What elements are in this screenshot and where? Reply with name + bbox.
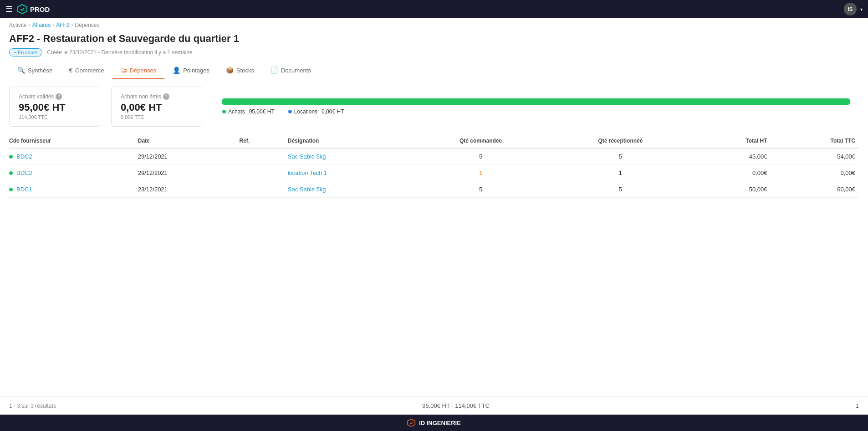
bottom-logo-text: ID INGENIERIE <box>419 420 461 426</box>
table-row: BDC229/12/2021Sac Sable 5kg5545,00€54,00… <box>9 148 859 165</box>
link-cde[interactable]: BDC2 <box>16 169 32 176</box>
link-designation[interactable]: Sac Sable 5kg <box>288 153 326 160</box>
hamburger-icon[interactable]: ☰ <box>5 4 13 14</box>
table-footer: 1 - 3 sur 3 résultats 95,00€ HT - 114,00… <box>0 396 868 415</box>
bottom-logo: ID INGENIERIE <box>407 419 461 427</box>
legend-locations-label: Locations <box>294 108 317 115</box>
breadcrumb-depenses: Dépenses <box>75 22 100 28</box>
help-icon-2[interactable]: ? <box>163 93 169 100</box>
progress-bar-container <box>222 98 850 105</box>
cell-qte-commandee: 5 <box>412 181 549 198</box>
breadcrumb: Activité › Affaires › AFF2 › Dépenses <box>0 18 868 30</box>
cell-ref <box>236 148 284 165</box>
cell-designation: Sac Sable 5kg <box>284 181 413 198</box>
summary-value-1: 95,00€ HT <box>19 102 91 113</box>
summary-chart-row: Achats validés ? 95,00€ HT 114,00€ TTC A… <box>0 79 868 130</box>
dot-cell: BDC2 <box>9 169 131 176</box>
table-header-row: Cde fournisseur Date Ref. Désignation Qt… <box>9 134 859 148</box>
chevron-down-icon[interactable]: ▾ <box>860 7 863 12</box>
legend-dot-locations <box>288 110 292 113</box>
topnav-right: IS ▾ <box>844 3 863 15</box>
summary-card-achats-non-emis: Achats non émis ? 0,00€ HT 0,00€ TTC <box>111 87 202 127</box>
row-dot <box>9 155 13 159</box>
tab-synthese[interactable]: 🔍 Synthèse <box>9 62 61 79</box>
synthese-icon: 🔍 <box>17 67 25 74</box>
link-cde[interactable]: BDC1 <box>16 186 32 193</box>
tabs-bar: 🔍 Synthèse € Commerce 🗂 Dépenses 👤 Point… <box>0 62 868 79</box>
cell-cde-fournisseur: BDC2 <box>9 165 134 181</box>
svg-marker-1 <box>408 419 415 426</box>
legend-dot-achats <box>222 110 226 113</box>
row-dot <box>9 171 13 175</box>
table-row: BDC123/12/2021Sac Sable 5kg5550,00€60,00… <box>9 181 859 198</box>
logo-area: PROD <box>17 4 50 14</box>
progress-bar-fill <box>222 98 850 105</box>
cell-qte-receptionnee: 5 <box>549 181 692 198</box>
dot-cell: BDC2 <box>9 153 131 160</box>
bottom-logo-icon <box>407 419 415 427</box>
breadcrumb-sep-1: › <box>29 22 31 28</box>
tab-depenses[interactable]: 🗂 Dépenses <box>112 62 165 79</box>
cell-total-ht: 45,00€ <box>692 148 771 165</box>
page-title: AFF2 - Restauration et Sauvegarde du qua… <box>9 33 859 45</box>
link-designation[interactable]: Sac Sable 5kg <box>288 186 326 193</box>
status-badge[interactable]: En cours <box>9 48 42 56</box>
status-row: En cours Créée le 23/12/2021 - Dernière … <box>0 46 868 60</box>
link-designation[interactable]: location Tech 1 <box>288 169 327 176</box>
svg-marker-0 <box>18 5 27 14</box>
cell-total-ht: 50,00€ <box>692 181 771 198</box>
status-meta: Créée le 23/12/2021 - Dernière modificat… <box>47 49 193 56</box>
link-cde[interactable]: BDC2 <box>16 153 32 160</box>
legend-achats-value: 95,00€ HT <box>249 108 275 115</box>
tab-pointages[interactable]: 👤 Pointages <box>164 62 218 79</box>
cell-designation: location Tech 1 <box>284 165 413 181</box>
tab-stocks[interactable]: 📦 Stocks <box>218 62 262 79</box>
table-footer-results: 1 - 3 sur 3 résultats <box>9 403 56 409</box>
cell-qte-receptionnee: 1 <box>549 165 692 181</box>
documents-icon: 📄 <box>271 67 278 74</box>
tab-commerce-label: Commerce <box>75 67 104 74</box>
tab-stocks-label: Stocks <box>236 67 254 74</box>
logo-shield-icon <box>17 4 27 14</box>
table-footer-totals: 95,00€ HT - 114,00€ TTC <box>422 402 490 409</box>
cell-total-ttc: 60,00€ <box>771 181 859 198</box>
topnav: ☰ PROD IS ▾ <box>0 0 868 18</box>
cell-qte-commandee: 1 <box>412 165 549 181</box>
avatar[interactable]: IS <box>844 3 857 15</box>
legend-locations: Locations 0,00€ HT <box>288 108 344 115</box>
tab-synthese-label: Synthèse <box>28 67 52 74</box>
dot-cell: BDC1 <box>9 186 131 193</box>
stocks-icon: 📦 <box>226 67 234 74</box>
legend-achats-label: Achats <box>228 108 245 115</box>
chart-panel: Achats 95,00€ HT Locations 0,00€ HT <box>213 87 859 127</box>
col-ref: Ref. <box>236 134 284 148</box>
table-footer-page: 1 <box>856 403 859 409</box>
cell-cde-fournisseur: BDC2 <box>9 148 134 165</box>
cell-designation: Sac Sable 5kg <box>284 148 413 165</box>
summary-sub-2: 0,00€ TTC <box>121 114 193 120</box>
summary-sub-1: 114,00€ TTC <box>19 114 91 120</box>
col-total-ht: Total HT <box>692 134 771 148</box>
help-icon-1[interactable]: ? <box>56 93 62 100</box>
breadcrumb-affaires[interactable]: Affaires <box>32 22 51 28</box>
col-date: Date <box>134 134 236 148</box>
summary-label-1-text: Achats validés <box>19 93 54 100</box>
cell-qte-receptionnee: 5 <box>549 148 692 165</box>
depenses-icon: 🗂 <box>121 67 127 74</box>
col-qte-commandee: Qté commandée <box>412 134 549 148</box>
main-content: Activité › Affaires › AFF2 › Dépenses AF… <box>0 18 868 415</box>
cell-total-ht: 0,00€ <box>692 165 771 181</box>
tab-depenses-label: Dépenses <box>130 67 157 74</box>
tab-documents[interactable]: 📄 Documents <box>262 62 319 79</box>
tab-commerce[interactable]: € Commerce <box>61 62 112 79</box>
legend-achats: Achats 95,00€ HT <box>222 108 275 115</box>
qte-commandee-value: 1 <box>479 169 482 176</box>
col-qte-receptionnee: Qté réceptionnée <box>549 134 692 148</box>
page-title-area: AFF2 - Restauration et Sauvegarde du qua… <box>0 30 868 46</box>
cell-qte-commandee: 5 <box>412 148 549 165</box>
breadcrumb-aff2[interactable]: AFF2 <box>56 22 69 28</box>
logo-text: PROD <box>30 5 50 13</box>
chart-legend: Achats 95,00€ HT Locations 0,00€ HT <box>222 108 850 115</box>
bottom-bar: ID INGENIERIE <box>0 415 868 431</box>
tab-documents-label: Documents <box>281 67 311 74</box>
